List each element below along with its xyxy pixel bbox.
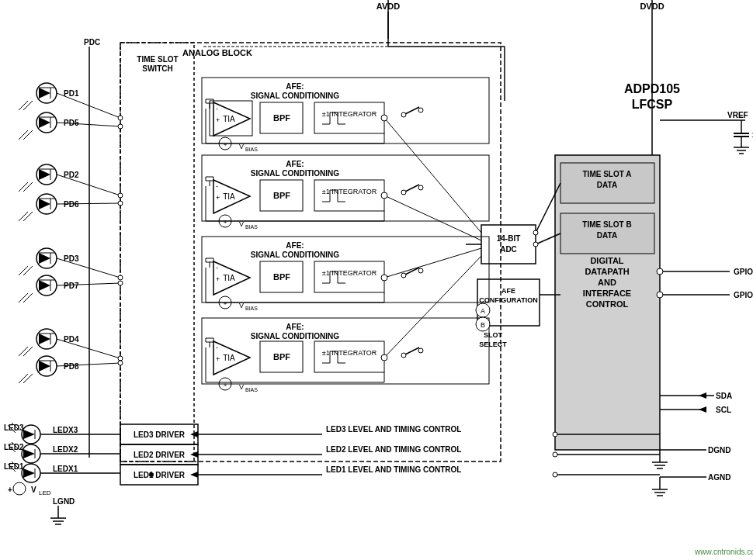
tia4-label: TIA (223, 354, 235, 362)
led3-driver-label: LED3 DRIVER (134, 430, 186, 439)
vbias1-label: + (224, 141, 227, 148)
vbias1-sub: BIAS (245, 147, 258, 152)
digital-datapath-label2: DATAPATH (585, 267, 629, 276)
tia1-label: TIA (223, 115, 235, 123)
time-slot-a-label2: DATA (597, 181, 617, 189)
svg-point-85 (118, 116, 123, 120)
svg-point-195 (553, 452, 557, 457)
tia1-plus: + (216, 116, 220, 124)
vbias4-sub: BIAS (245, 387, 258, 392)
tia2-minus: - (216, 182, 218, 190)
afe2-label: AFE: (286, 160, 304, 168)
adc-label2: ADC (500, 245, 517, 254)
pd3-label: PD3 (64, 254, 79, 263)
afe3-label2: SIGNAL CONDITIONING (251, 251, 339, 259)
svg-point-106 (381, 354, 387, 361)
led2-driver-label: LED2 DRIVER (134, 451, 186, 459)
led3-label: LED3 (4, 423, 24, 432)
svg-point-194 (553, 432, 557, 437)
svg-point-115 (418, 268, 423, 273)
tia4-minus: - (216, 344, 218, 351)
led2-label: LED2 (4, 443, 24, 451)
sda-label: SDA (716, 392, 732, 400)
afe1-label: AFE: (286, 82, 304, 91)
svg-point-90 (118, 201, 123, 206)
svg-point-205 (533, 242, 538, 247)
pd4-label: PD4 (64, 335, 79, 344)
svg-point-118 (418, 348, 423, 353)
svg-point-109 (418, 108, 423, 112)
time-slot-a-label: TIME SLOT A (583, 170, 632, 178)
svg-point-105 (381, 275, 387, 281)
vbias2-plus: + (224, 219, 227, 226)
svg-point-104 (381, 192, 387, 199)
tia3-label: TIA (223, 274, 235, 282)
svg-point-94 (118, 281, 123, 285)
dgnd-label: DGND (708, 446, 730, 455)
svg-point-93 (118, 275, 123, 280)
digital-datapath-label5: CONTROL (586, 299, 629, 309)
afe3-label: AFE: (286, 241, 304, 250)
tia2-plus: + (216, 194, 220, 202)
afe4-label2: SIGNAL CONDITIONING (251, 332, 339, 340)
svg-point-89 (118, 193, 123, 198)
adc-label: 14-BIT (497, 234, 521, 243)
vbias4-text: V (239, 383, 244, 391)
gpio0-label: GPIO0 (734, 268, 753, 276)
afe-config-label2: CONFIGURATION (479, 296, 537, 304)
lgnd-label: LGND (53, 497, 75, 506)
led1-label: LED1 (4, 462, 24, 471)
tia4-plus: + (216, 355, 220, 363)
svg-point-196 (553, 472, 557, 477)
ledx2-label: LEDX2 (53, 445, 78, 454)
svg-point-117 (401, 353, 406, 358)
digital-datapath-label: DIGITAL (590, 256, 623, 265)
tia3-plus: + (216, 275, 220, 283)
svg-point-103 (381, 115, 387, 121)
svg-point-108 (401, 112, 406, 117)
vled-text: V (31, 486, 36, 494)
pd6-label: PD6 (64, 200, 79, 209)
svg-point-145 (657, 268, 663, 275)
ledx1-label: LEDX1 (53, 465, 78, 473)
svg-point-111 (401, 190, 406, 195)
digital-datapath-label3: AND (598, 278, 616, 287)
agnd-label: AGND (708, 473, 730, 482)
watermark: www.cntronids.com (694, 548, 753, 556)
slot-select-label2: SELECT (479, 340, 507, 348)
afe-config-label: AFE (501, 287, 515, 295)
led2-timing-label: LED2 LEVEL AND TIMING CONTROL (326, 445, 461, 454)
scl-label: SCL (716, 406, 731, 414)
analog-block-label: ANALOG BLOCK (182, 48, 252, 57)
svg-point-204 (533, 230, 538, 235)
svg-point-86 (118, 124, 123, 129)
afe2-label2: SIGNAL CONDITIONING (251, 169, 339, 178)
tia3-minus: - (216, 264, 218, 271)
svg-point-114 (401, 273, 406, 278)
time-slot-b-label2: DATA (597, 231, 617, 240)
afe1-label2: SIGNAL CONDITIONING (251, 92, 339, 100)
svg-point-97 (118, 356, 123, 361)
bpf4-label: BPF (273, 352, 290, 361)
vbias3-sub: BIAS (245, 306, 258, 311)
vbias2-sub: BIAS (245, 224, 258, 230)
pd7-label: PD7 (64, 282, 79, 290)
svg-point-147 (657, 292, 663, 298)
bpf3-label: BPF (273, 272, 290, 282)
slot-a-label: A (481, 307, 485, 315)
digital-datapath-label4: INTERFACE (583, 289, 631, 298)
gpio1-label: GPIO1 (734, 291, 753, 299)
led1-driver-label: LED1 DRIVER (134, 471, 186, 479)
vref-label: VREF (727, 111, 748, 119)
tia1-minus: - (216, 105, 218, 112)
time-slot-b-label: TIME SLOT B (582, 220, 631, 229)
slot-select-label: SLOT (484, 331, 503, 339)
dvdd-label: DVDD (640, 2, 664, 11)
vled-label: + (8, 486, 12, 494)
bpf2-label: BPF (273, 191, 290, 200)
svg-point-112 (418, 185, 423, 190)
afe4-label: AFE: (286, 323, 304, 331)
tia2-label: TIA (223, 192, 235, 201)
ledx3-label: LEDX3 (53, 426, 78, 434)
time-slot-switch-label2: SWITCH (142, 64, 172, 73)
